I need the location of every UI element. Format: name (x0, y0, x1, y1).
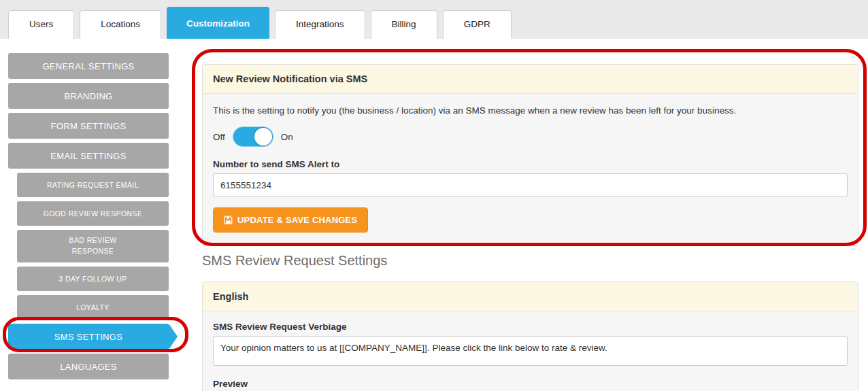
toggle-on-label: On (281, 132, 293, 142)
top-tab-bar: Users Locations Customization Integratio… (0, 0, 868, 39)
verbiage-input[interactable]: Your opinion matters to us at [[COMPANY_… (213, 336, 848, 366)
save-button-label: UPDATE & SAVE CHANGES (237, 215, 357, 225)
sidebar-item-branding[interactable]: BRANDING (8, 83, 169, 109)
sidebar-item-label: LANGUAGES (60, 362, 117, 372)
toggle-off-label: Off (213, 132, 225, 142)
sidebar-item-label: GENERAL SETTINGS (42, 61, 134, 71)
sms-notification-panel: New Review Notification via SMS This is … (202, 64, 858, 245)
notification-description: This is the setting to notify you (the b… (213, 105, 848, 116)
verbiage-label: SMS Review Request Verbiage (213, 322, 848, 332)
phone-number-input[interactable] (213, 173, 848, 197)
tab-integrations[interactable]: Integrations (275, 10, 365, 39)
english-language-panel: English SMS Review Request Verbiage Your… (202, 282, 858, 391)
sidebar-item-label: BRANDING (64, 91, 112, 101)
panel-body: This is the setting to notify you (the b… (203, 94, 858, 245)
tab-customization[interactable]: Customization (167, 7, 269, 39)
sms-request-settings-heading: SMS Review Request Settings (202, 253, 387, 269)
sidebar-item-label: RATING REQUEST EMAIL (47, 181, 139, 189)
sidebar-item-label: BAD REVIEW RESPONSE (59, 235, 127, 257)
language-panel-body: SMS Review Request Verbiage Your opinion… (203, 311, 858, 391)
tab-locations[interactable]: Locations (80, 10, 161, 39)
save-icon (224, 216, 233, 224)
sidebar-item-loyalty[interactable]: LOYALTY (17, 295, 169, 320)
sms-toggle-row: Off On (213, 126, 848, 147)
sidebar-item-languages[interactable]: LANGUAGES (8, 354, 169, 379)
sms-notification-toggle[interactable] (233, 126, 273, 147)
sidebar-item-sms-settings[interactable]: SMS SETTINGS (8, 324, 169, 350)
tab-users[interactable]: Users (8, 10, 74, 39)
sidebar-item-bad-review-response[interactable]: BAD REVIEW RESPONSE (17, 230, 169, 262)
sidebar-item-form-settings[interactable]: FORM SETTINGS (8, 113, 169, 139)
language-panel-title: English (203, 282, 858, 311)
sidebar-item-rating-request-email[interactable]: RATING REQUEST EMAIL (17, 173, 169, 197)
tab-gdpr[interactable]: GDPR (443, 10, 512, 39)
toggle-knob (254, 128, 272, 146)
update-save-button[interactable]: UPDATE & SAVE CHANGES (213, 207, 368, 233)
sidebar-item-label: EMAIL SETTINGS (50, 151, 126, 161)
sidebar-item-label: 3 DAY FOLLOW UP (59, 275, 127, 283)
sidebar-item-general-settings[interactable]: GENERAL SETTINGS (8, 53, 169, 79)
panel-title: New Review Notification via SMS (203, 65, 858, 94)
preview-label: Preview (213, 379, 848, 389)
sidebar-item-3-day-follow-up[interactable]: 3 DAY FOLLOW UP (17, 267, 169, 291)
sidebar-item-email-settings[interactable]: EMAIL SETTINGS (8, 143, 169, 169)
sidebar-item-label: FORM SETTINGS (51, 121, 127, 131)
sidebar-item-label: SMS SETTINGS (54, 332, 122, 342)
sidebar-item-good-review-response[interactable]: GOOD REVIEW RESPONSE (17, 201, 169, 226)
settings-sidebar: GENERAL SETTINGS BRANDING FORM SETTINGS … (8, 53, 169, 379)
sidebar-item-label: LOYALTY (76, 303, 110, 311)
phone-number-label: Number to send SMS Alert to (213, 159, 848, 169)
tab-billing[interactable]: Billing (371, 10, 437, 39)
active-item-arrow-icon (169, 324, 178, 350)
sidebar-item-label: GOOD REVIEW RESPONSE (44, 209, 143, 218)
